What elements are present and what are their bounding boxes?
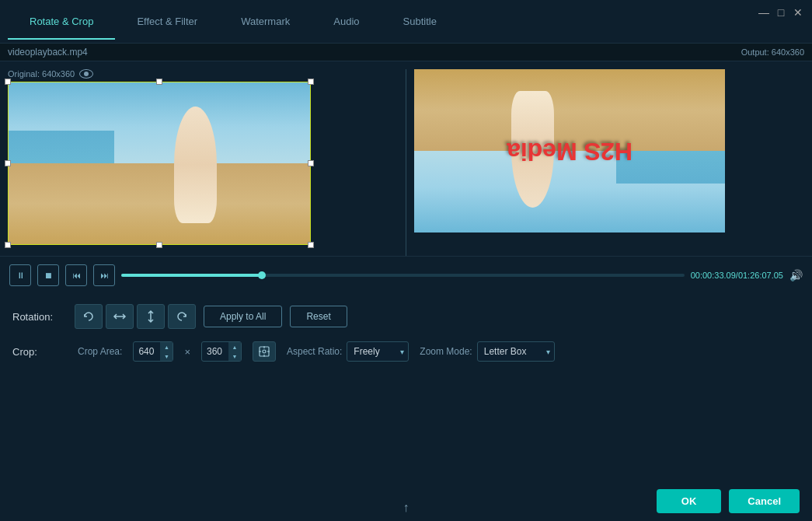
crop-row: Crop: Crop Area: ▲ ▼ × ▲ ▼ bbox=[12, 341, 800, 362]
time-current: 00:00:33.09 bbox=[691, 271, 736, 280]
pause-icon: ⏸ bbox=[16, 271, 25, 280]
width-decrement-button[interactable]: ▼ bbox=[160, 351, 173, 361]
zoom-mode-select-wrap: Letter Box Pan & Scan Full ▾ bbox=[477, 341, 555, 362]
aspect-ratio-group: Aspect Ratio: Freely 16:9 4:3 1:1 9:16 ▾ bbox=[287, 341, 409, 362]
filename-label: videoplayback.mp4 bbox=[8, 44, 88, 61]
beach-scene bbox=[9, 82, 310, 244]
original-size-label: Original: 640x360 bbox=[8, 69, 75, 79]
maximize-button[interactable]: □ bbox=[773, 5, 789, 20]
left-panel-info: Original: 640x360 bbox=[8, 69, 398, 79]
right-preview-panel: H2S Media bbox=[406, 61, 812, 256]
volume-icon[interactable]: 🔊 bbox=[789, 269, 803, 281]
flip-horizontal-button[interactable] bbox=[106, 304, 134, 329]
svg-point-5 bbox=[263, 350, 266, 353]
sand bbox=[9, 163, 310, 244]
prev-button[interactable]: ⏮ bbox=[65, 264, 87, 286]
stop-icon: ⏹ bbox=[44, 271, 53, 280]
crop-height-wrap: ▲ ▼ bbox=[201, 341, 242, 362]
apply-to-all-button[interactable]: Apply to All bbox=[204, 306, 282, 327]
arrow-up-indicator: ↑ bbox=[403, 501, 409, 515]
tabs-bar: Rotate & Crop Effect & Filter Watermark … bbox=[0, 0, 812, 44]
flip-h-icon bbox=[113, 309, 127, 323]
crop-handle-br[interactable] bbox=[308, 242, 314, 248]
figure-inv bbox=[511, 92, 554, 208]
height-increment-button[interactable]: ▲ bbox=[228, 342, 241, 351]
inverted-scene bbox=[414, 69, 725, 233]
pause-button[interactable]: ⏸ bbox=[9, 264, 31, 286]
zoom-mode-select[interactable]: Letter Box Pan & Scan Full bbox=[477, 341, 555, 362]
rotation-buttons bbox=[75, 304, 196, 329]
rotate-right-button[interactable] bbox=[168, 304, 196, 329]
aspect-ratio-label: Aspect Ratio: bbox=[287, 346, 342, 357]
crop-label: Crop: bbox=[12, 346, 67, 358]
prev-icon: ⏮ bbox=[72, 271, 81, 280]
rotate-left-button[interactable] bbox=[75, 304, 103, 329]
tab-audio[interactable]: Audio bbox=[312, 3, 381, 40]
time-total: 01:26:07.05 bbox=[738, 271, 783, 280]
crop-handle-bc[interactable] bbox=[156, 242, 162, 248]
center-button[interactable] bbox=[253, 341, 276, 362]
progress-dot bbox=[258, 271, 266, 279]
figure-body bbox=[174, 107, 217, 223]
crop-handle-bl[interactable] bbox=[5, 242, 11, 248]
filename-bar: videoplayback.mp4 Output: 640x360 bbox=[0, 44, 812, 61]
aspect-ratio-select-wrap: Freely 16:9 4:3 1:1 9:16 ▾ bbox=[347, 341, 409, 362]
left-video-preview bbox=[8, 82, 311, 245]
rotate-left-icon bbox=[82, 309, 96, 323]
height-spinner: ▲ ▼ bbox=[228, 342, 241, 361]
multiply-sign: × bbox=[184, 346, 190, 358]
stop-button[interactable]: ⏹ bbox=[37, 264, 59, 286]
flip-vertical-button[interactable] bbox=[137, 304, 165, 329]
aspect-ratio-select[interactable]: Freely 16:9 4:3 1:1 9:16 bbox=[347, 341, 409, 362]
center-icon bbox=[258, 345, 270, 358]
tab-effect-filter[interactable]: Effect & Filter bbox=[115, 3, 219, 40]
rotation-row: Rotation: bbox=[12, 304, 800, 329]
inverted-scene-container: H2S Media bbox=[414, 69, 725, 233]
rotate-right-icon bbox=[175, 309, 189, 323]
close-button[interactable]: ✕ bbox=[790, 5, 806, 20]
bottom-bar: OK Cancel bbox=[644, 481, 812, 521]
crop-handle-tr[interactable] bbox=[308, 79, 314, 85]
height-decrement-button[interactable]: ▼ bbox=[228, 351, 241, 361]
crop-handle-tl[interactable] bbox=[5, 79, 11, 85]
minimize-button[interactable]: — bbox=[756, 5, 772, 20]
flip-v-icon bbox=[144, 309, 158, 323]
time-display: 00:00:33.09/01:26:07.05 bbox=[691, 271, 783, 280]
tab-rotate-crop[interactable]: Rotate & Crop bbox=[8, 3, 115, 40]
crop-handle-mr[interactable] bbox=[308, 160, 314, 166]
crop-frame-container bbox=[8, 82, 311, 245]
width-increment-button[interactable]: ▲ bbox=[160, 342, 173, 351]
progress-bar[interactable] bbox=[121, 274, 685, 277]
eye-icon[interactable] bbox=[79, 69, 93, 79]
progress-fill bbox=[121, 274, 262, 277]
tab-subtitle[interactable]: Subtitle bbox=[382, 3, 458, 40]
main-area: videoplayback.mp4 Output: 640x360 Origin… bbox=[0, 44, 812, 521]
sand-inv bbox=[414, 69, 725, 151]
width-spinner: ▲ ▼ bbox=[160, 342, 173, 361]
next-button[interactable]: ⏭ bbox=[93, 264, 115, 286]
next-icon: ⏭ bbox=[100, 271, 109, 280]
left-preview-panel: Original: 640x360 bbox=[0, 61, 406, 256]
zoom-mode-label: Zoom Mode: bbox=[420, 346, 472, 357]
preview-row: Original: 640x360 bbox=[0, 61, 812, 256]
reset-button[interactable]: Reset bbox=[290, 306, 347, 327]
right-video-preview: H2S Media bbox=[414, 69, 725, 233]
zoom-mode-group: Zoom Mode: Letter Box Pan & Scan Full ▾ bbox=[420, 341, 554, 362]
crop-width-wrap: ▲ ▼ bbox=[133, 341, 173, 362]
ok-button[interactable]: OK bbox=[657, 489, 722, 513]
playback-bar: ⏸ ⏹ ⏮ ⏭ 00:00:33.09/01:26:07.05 🔊 bbox=[0, 256, 812, 293]
crop-area-label: Crop Area: bbox=[78, 346, 122, 357]
crop-handle-ml[interactable] bbox=[5, 160, 11, 166]
rotation-label: Rotation: bbox=[12, 311, 67, 323]
output-info: Output: 640x360 bbox=[741, 47, 804, 57]
crop-handle-tc[interactable] bbox=[156, 79, 162, 85]
cancel-button[interactable]: Cancel bbox=[729, 489, 800, 513]
title-bar: — □ ✕ bbox=[750, 0, 812, 25]
tab-watermark[interactable]: Watermark bbox=[219, 3, 312, 40]
